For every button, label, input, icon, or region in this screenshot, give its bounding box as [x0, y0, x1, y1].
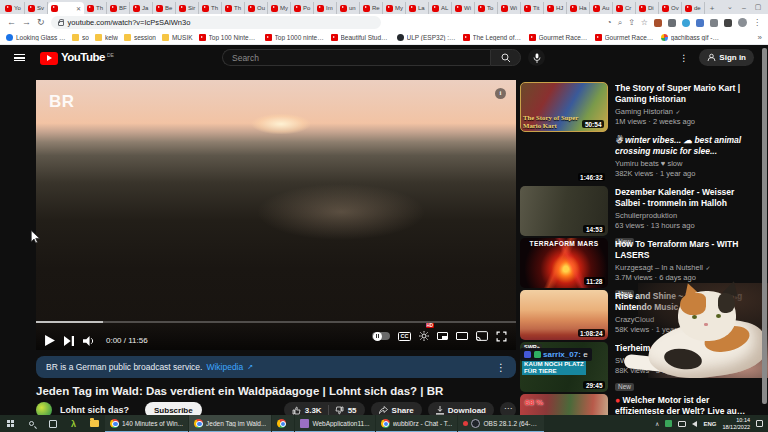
- browser-menu-icon[interactable]: ⋮: [753, 18, 761, 27]
- browser-tab[interactable]: Th: [199, 2, 222, 14]
- browser-tab[interactable]: Au: [590, 2, 613, 14]
- browser-tab[interactable]: Wi: [452, 2, 475, 14]
- video-thumbnail[interactable]: 1:08:24: [520, 290, 608, 340]
- bookmark-item[interactable]: so: [72, 34, 89, 41]
- video-title[interactable]: The Story of Super Mario Kart | Gaming H…: [615, 83, 754, 105]
- extension-icon[interactable]: [682, 19, 690, 27]
- close-icon[interactable]: ✕: [76, 5, 81, 12]
- extension-icon[interactable]: [724, 19, 732, 27]
- extension-icon[interactable]: [654, 19, 662, 27]
- file-explorer-button[interactable]: [84, 415, 105, 432]
- keyboard-language[interactable]: ENG: [703, 421, 716, 427]
- bookmark-star-icon[interactable]: ☆: [641, 18, 648, 27]
- play-button[interactable]: [45, 335, 55, 346]
- taskbar-search-button[interactable]: [21, 415, 42, 432]
- video-thumbnail[interactable]: The Story of Super Mario Kart 50:54: [520, 82, 608, 132]
- voice-search-button[interactable]: [528, 49, 545, 66]
- captions-button[interactable]: CC: [398, 332, 411, 341]
- share-icon[interactable]: ⇪: [628, 18, 635, 27]
- video-thumbnail[interactable]: 1:46:32: [520, 134, 608, 184]
- channel-name[interactable]: Yumiru beats ♥ slow: [615, 159, 754, 168]
- browser-tab[interactable]: Wi: [498, 2, 521, 14]
- header-menu-icon[interactable]: ⋮: [679, 53, 688, 63]
- list-item[interactable]: 1:46:32 ☃ winter vibes... ☁ best animal …: [520, 134, 754, 184]
- browser-tab[interactable]: Re: [360, 2, 383, 14]
- browser-tab[interactable]: BF: [107, 2, 130, 14]
- hamburger-menu-icon[interactable]: [14, 54, 25, 61]
- clock[interactable]: 10:1418/12/2022: [722, 417, 750, 430]
- lambda-app-button[interactable]: λ: [63, 415, 84, 432]
- browser-tab[interactable]: Be: [153, 2, 176, 14]
- autoplay-toggle[interactable]: [372, 332, 390, 340]
- channel-name[interactable]: Gaming Historian ✓: [615, 107, 754, 116]
- sign-in-button[interactable]: Sign in: [699, 49, 754, 66]
- url-field[interactable]: youtube.com/watch?v=IcPsSAlWn3o: [51, 16, 381, 29]
- new-tab-button[interactable]: +: [705, 2, 719, 14]
- lock-icon[interactable]: [58, 21, 64, 26]
- info-icon[interactable]: i: [495, 88, 506, 99]
- back-button[interactable]: ←: [7, 18, 16, 27]
- bookmark-item[interactable]: Looking Glass Relea...: [6, 34, 66, 41]
- bookmark-item[interactable]: gachibass gif - Goo...: [661, 34, 721, 41]
- network-icon[interactable]: [678, 421, 686, 427]
- search-button[interactable]: [490, 49, 521, 66]
- settings-button[interactable]: HD: [419, 327, 429, 345]
- fullscreen-button[interactable]: [496, 331, 507, 342]
- browser-tab[interactable]: Th: [84, 2, 107, 14]
- browser-tab[interactable]: Im: [314, 2, 337, 14]
- list-item[interactable]: 14:53 Dezember Kalender - Weisser Salbei…: [520, 186, 754, 236]
- wikipedia-link[interactable]: Wikipedia: [206, 362, 243, 372]
- banner-menu-icon[interactable]: ⋮: [496, 362, 506, 373]
- browser-tab[interactable]: Sir: [176, 2, 199, 14]
- taskbar-app-button[interactable]: Jeden Tag im Wald...: [189, 415, 271, 432]
- theater-mode-button[interactable]: [456, 332, 468, 340]
- bookmark-item[interactable]: Beautiful Study / W...: [331, 34, 391, 41]
- video-thumbnail[interactable]: TERRAFORM MARS 11:28: [520, 238, 608, 288]
- extension-icon[interactable]: [696, 19, 704, 27]
- bookmark-item[interactable]: Gourmet Race - Kir...: [529, 34, 589, 41]
- bookmark-item[interactable]: Top 100 Nintendo S...: [199, 34, 259, 41]
- reload-button[interactable]: ↻: [37, 18, 45, 27]
- video-title[interactable]: Dezember Kalender - Weisser Salbei - tro…: [615, 187, 754, 209]
- maximize-button[interactable]: ▢: [755, 3, 762, 11]
- volume-icon[interactable]: [83, 336, 95, 346]
- extension-icon[interactable]: [710, 19, 718, 27]
- channel-name[interactable]: Lohnt sich das?: [60, 405, 129, 415]
- list-item[interactable]: TERRAFORM MARS 11:28 How To Terraform Ma…: [520, 238, 754, 288]
- taskbar-app-button[interactable]: WebApplication11...: [295, 415, 374, 432]
- bookmarks-overflow-icon[interactable]: »: [758, 33, 762, 42]
- browser-tab[interactable]: My: [383, 2, 406, 14]
- taskbar-app-button[interactable]: wubbl0rz - Chat - T...: [376, 415, 458, 432]
- video-title[interactable]: ● Welcher Motor ist der effizienteste de…: [615, 395, 754, 417]
- notification-center-icon[interactable]: [756, 420, 763, 427]
- bookmark-item[interactable]: Gourmet Race - Su...: [595, 34, 655, 41]
- list-item[interactable]: The Story of Super Mario Kart 50:54 The …: [520, 82, 754, 132]
- tray-app-icon[interactable]: [665, 420, 672, 427]
- browser-tab[interactable]: ✕: [48, 2, 84, 14]
- page-scrollbar[interactable]: [762, 48, 767, 404]
- browser-tab[interactable]: My: [268, 2, 291, 14]
- browser-tab[interactable]: HJ: [544, 2, 567, 14]
- browser-tab[interactable]: Cr: [613, 2, 636, 14]
- channel-name[interactable]: Kurzgesagt – In a Nutshell ✓: [615, 263, 754, 272]
- browser-tab[interactable]: To: [475, 2, 498, 14]
- bookmark-item[interactable]: kelw: [95, 34, 118, 41]
- browser-tab[interactable]: AL: [429, 2, 452, 14]
- channel-name[interactable]: Schullerproduktion: [615, 211, 754, 220]
- browser-tab[interactable]: Di: [636, 2, 659, 14]
- video-thumbnail[interactable]: 14:53: [520, 186, 608, 236]
- taskbar-app-button[interactable]: 140 Minutes of Win...: [105, 415, 188, 432]
- browser-tab[interactable]: Ov: [659, 2, 682, 14]
- bookmark-item[interactable]: ULP (ESP32) : a sim...: [397, 34, 457, 41]
- browser-tab[interactable]: La: [406, 2, 429, 14]
- minimize-button[interactable]: –: [742, 4, 746, 11]
- cast-button[interactable]: [476, 331, 488, 341]
- chevron-down-icon[interactable]: ⌄: [727, 3, 733, 11]
- bookmark-item[interactable]: The Legend of Zeld...: [463, 34, 523, 41]
- next-button[interactable]: [64, 336, 74, 346]
- bookmark-item[interactable]: session: [124, 34, 156, 41]
- youtube-logo[interactable]: YouTube DE: [40, 51, 114, 65]
- browser-tab[interactable]: Sv: [25, 2, 48, 14]
- browser-tab[interactable]: de: [682, 2, 705, 14]
- volume-icon[interactable]: [692, 421, 697, 427]
